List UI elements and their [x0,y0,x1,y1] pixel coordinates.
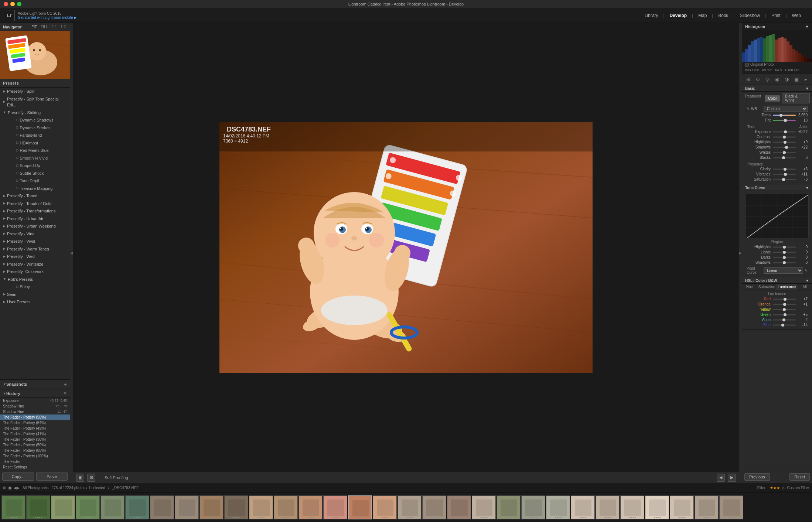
hsl-tab-all[interactable]: All [797,284,812,290]
reset-button[interactable]: Reset [789,473,810,481]
tree-item-presetify---split[interactable]: ▶Presetify - Split [0,88,70,95]
film-thumb-11[interactable]: ★★★★ [274,495,298,519]
color-btn[interactable]: Color [765,95,780,102]
tree-item-presetify---winterize[interactable]: ▶Presetify - Winterize [0,260,70,268]
exposure-slider[interactable] [773,130,796,133]
lum-yellow-slider[interactable] [773,308,796,311]
shadows-slider[interactable] [773,146,796,149]
tree-item-presetify---vivid[interactable]: ▶Presetify - Vivid [0,238,70,245]
film-thumb-1[interactable]: ★★★★ [26,495,50,519]
film-thumb-6[interactable]: ★★★★ [150,495,174,519]
contrast-slider[interactable] [773,136,796,139]
film-thumb-17[interactable]: ★★★★ [422,495,446,519]
history-item[interactable]: The Fader - Pottery (49%) [0,426,70,431]
hsl-tab-luminance[interactable]: Luminance [777,284,797,290]
whites-slider[interactable] [773,151,796,154]
tone-curve-section-title[interactable]: Tone Curve ▼ [742,184,812,191]
history-header[interactable]: ▼ History ✕ [0,389,70,398]
tree-item-presetify---striking[interactable]: ▼Presetify - Striking [0,109,70,117]
film-thumb-14[interactable]: ★★★★ [348,495,372,519]
film-thumb-28[interactable]: ★★★★ [695,495,719,519]
film-thumb-23[interactable]: ★★★★ [571,495,595,519]
film-thumb-18[interactable]: ★★★★ [447,495,471,519]
basic-section-title[interactable]: Basic ▼ [742,85,812,92]
point-curve-select[interactable]: Linear Medium Contrast Strong Contrast [764,267,803,274]
custom-filter-label[interactable]: Custom Filter [787,486,809,490]
copy-button[interactable]: Copy... [2,472,34,481]
tree-item-smooth-n-vivid[interactable]: □Smooth N Vivid [0,154,70,162]
tree-item-dynamic-shadows[interactable]: □Dynamic Shadows [0,116,70,124]
film-thumb-24[interactable]: ★★★★ [596,495,620,519]
curve-edit-icon[interactable]: ✎ [805,269,808,273]
right-divider[interactable]: ▶ [739,23,742,483]
tree-item-souped-up[interactable]: □Souped Up [0,162,70,170]
heal-tool[interactable]: ⊙ [754,75,761,83]
tree-item-dynamic-strokes[interactable]: □Dynamic Strokes [0,124,70,132]
tree-item-user-presets[interactable]: ▶User Presets [0,298,70,306]
film-thumb-7[interactable]: ★★★★ [175,495,199,519]
minimize-dot[interactable] [10,2,15,6]
brush-tool[interactable]: ◉ [773,75,781,83]
history-item[interactable]: The Fader - Pottery (100%) [0,453,70,459]
highlights-slider[interactable] [773,141,796,144]
history-item[interactable]: The Fader - Pottery (54%) [0,420,70,426]
history-item[interactable]: Exposure+0.230.45 [0,398,70,403]
film-thumb-3[interactable]: ★★★★ [76,495,100,519]
film-thumb-0[interactable]: ★★★★ [1,495,25,519]
history-close[interactable]: ✕ [63,391,67,396]
curve-darks-slider[interactable] [773,256,796,259]
tree-item-hdalmost[interactable]: □HDAlmost [0,139,70,147]
view-compare-btn[interactable]: ⊡ [87,474,95,482]
history-item[interactable]: Shadow Hue12170 [0,403,70,409]
film-thumb-20[interactable]: ★★★★ [497,495,521,519]
tab-print[interactable]: Print [768,11,784,20]
curve-highlights-slider[interactable] [773,246,796,249]
bw-btn[interactable]: Black & White [782,93,810,103]
presets-header[interactable]: Presets [0,79,70,88]
next-photo-btn[interactable]: ▶ [728,474,736,482]
tree-item-presetify---vino[interactable]: ▶Presetify - Vino [0,230,70,238]
history-item[interactable]: The Fader - Pottery (50%) [0,442,70,448]
zoom-fit[interactable]: FIT [30,24,38,29]
tree-item-treasure-mapping[interactable]: □Treasure Mapping [0,185,70,192]
film-thumb-29[interactable]: ★★★★ [719,495,743,519]
tab-web[interactable]: Web [788,11,805,20]
tab-slideshow[interactable]: Slideshow [736,11,764,20]
paste-button[interactable]: Paste [36,472,68,481]
hsl-tab-hue[interactable]: Hue [742,284,757,290]
curve-lights-slider[interactable] [773,251,796,254]
crop-tool[interactable]: ⊞ [744,75,752,83]
temp-slider[interactable] [773,114,796,117]
filter-tool[interactable]: ◑ [783,75,791,83]
tree-item-shiny[interactable]: □Shiny [0,283,70,291]
curve-shadows-slider[interactable] [773,261,796,264]
tree-item-presetify---toned[interactable]: ▶Presetify - Toned [0,192,70,200]
lum-orange-slider[interactable] [773,303,796,306]
snapshots-add[interactable]: + [64,381,67,387]
zoom-fill[interactable]: FILL [40,24,49,29]
tree-item-rob's-presets[interactable]: ▼Rob's Presets [0,276,70,283]
film-thumb-9[interactable]: ★★★★ [224,495,248,519]
lum-green-slider[interactable] [773,313,796,316]
maximize-dot[interactable] [17,2,21,6]
clarity-slider[interactable] [773,168,796,171]
tree-item-presetify---split-tone-special[interactable]: ▶Presetify - Split Tone Special Edi... [0,95,70,109]
film-thumb-15[interactable]: ★★★★ [373,495,397,519]
history-item[interactable]: Reset Settings [0,464,70,470]
prev-photo-btn[interactable]: ◀ [717,474,725,482]
tab-library[interactable]: Library [641,11,662,20]
lum-red-slider[interactable] [773,298,796,301]
history-item[interactable]: Shadow Hue1147 [0,409,70,414]
left-divider[interactable]: ◀ [70,23,73,483]
zoom-1to2[interactable]: 1:2 [59,24,67,29]
vibrance-slider[interactable] [773,173,796,176]
redeye-tool[interactable]: ◎ [764,75,771,83]
film-thumb-4[interactable]: ★★★★ [100,495,124,519]
zoom-1to1[interactable]: 1:1 [51,24,58,29]
tree-item-tone-depth[interactable]: □Tone Depth [0,177,70,185]
tab-book[interactable]: Book [714,11,732,20]
tree-item-presetify---touch-of-gold[interactable]: ▶Presetify - Touch of Gold [0,200,70,208]
tree-item-red-meets-blue[interactable]: □Red Meets Blue [0,147,70,154]
film-thumb-10[interactable]: ★★★★ [249,495,273,519]
film-thumb-25[interactable]: ★★★★ [620,495,644,519]
